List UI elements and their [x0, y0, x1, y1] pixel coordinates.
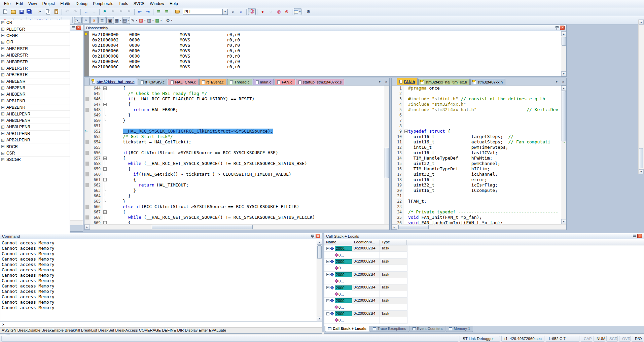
- breakpoint-margin[interactable]: [84, 215, 91, 220]
- register-row-ahb3enr[interactable]: +AHB3ENR: [0, 91, 70, 98]
- collapse-icon[interactable]: −: [326, 286, 329, 289]
- scrollbar-thumb[interactable]: [152, 225, 253, 229]
- fold-box-icon[interactable]: [103, 177, 107, 182]
- code-line-656[interactable]: 656 if(RCC_ClkInitStruct->SYSCLKSource =…: [84, 150, 384, 156]
- dock-tab-memory-1[interactable]: Memory 1: [446, 326, 473, 332]
- code-line-669[interactable]: 669 {: [84, 220, 384, 224]
- fold-box-icon[interactable]: [103, 86, 107, 91]
- code-line-5[interactable]: 5#include "stm32f4xx_hal.h" // Keil::Dev: [392, 107, 561, 112]
- open-file-button[interactable]: [9, 8, 17, 15]
- scroll-down-icon[interactable]: ▼: [639, 169, 644, 174]
- code-line-10[interactable]: 10 uint16_t targetSteps; //: [392, 134, 561, 139]
- code-line-652[interactable]: ▷652 __HAL_RCC_SYSCLK_CONFIG(RCC_ClkInit…: [84, 129, 384, 134]
- kill-all-breakpoints-button[interactable]: ◎: [275, 8, 283, 15]
- breakpoint-margin[interactable]: [84, 172, 91, 177]
- close-document-icon[interactable]: ✕: [384, 79, 389, 84]
- menu-item-edit[interactable]: Edit: [13, 1, 26, 7]
- expand-icon[interactable]: +: [1, 152, 4, 155]
- scrollbar-thumb[interactable]: [385, 148, 389, 178]
- code-line-1[interactable]: 1#pragma once: [392, 86, 561, 91]
- scroll-down-icon[interactable]: ▼: [317, 316, 322, 321]
- document-tab-main-c[interactable]: main.c: [253, 79, 274, 85]
- register-row-cir[interactable]: +CIR: [0, 39, 70, 45]
- expand-icon[interactable]: +: [1, 34, 4, 37]
- code-line-644[interactable]: 644 {: [84, 86, 384, 91]
- unindent-button[interactable]: ⇤: [136, 8, 144, 15]
- document-tab-stm32f407xx-h[interactable]: stm32f407xx.h: [470, 79, 505, 85]
- register-row-ahb1rstr[interactable]: +AHB1RSTR: [0, 46, 70, 52]
- fold-box-icon[interactable]: [103, 156, 107, 161]
- breakpoint-margin[interactable]: [84, 96, 91, 102]
- code-line-659[interactable]: 659 {: [84, 166, 384, 172]
- register-row-cfgr[interactable]: +CFGR: [0, 33, 70, 39]
- code-line-662[interactable]: 662 return HAL_TIMEOUT;: [84, 182, 384, 188]
- document-tab-rt-event-c[interactable]: rt_Event.c: [199, 79, 226, 85]
- insert-breakpoint-button[interactable]: ●: [259, 8, 266, 15]
- column-header-type[interactable]: Type: [380, 240, 407, 245]
- fold-box-icon[interactable]: [404, 129, 408, 134]
- register-row-apb2lpenr[interactable]: +APB2LPENR: [0, 137, 70, 143]
- code-line-660[interactable]: 660 if((HAL_GetTick() - tickstart ) > CL…: [84, 172, 384, 177]
- disassembly-row[interactable]: 0x2100000C0000MOVSr0,r0: [90, 64, 561, 70]
- disassembly-row[interactable]: 0x210000080000MOVSr0,r0: [90, 54, 561, 59]
- uncomment-selection-button[interactable]: ≣: [163, 8, 171, 15]
- collapse-icon[interactable]: −: [326, 260, 329, 263]
- register-row-apb2enr[interactable]: +APB2ENR: [0, 104, 70, 111]
- breakpoint-margin[interactable]: [84, 112, 91, 118]
- enable-breakpoint-button[interactable]: ○: [267, 8, 275, 15]
- navigate-back-button[interactable]: ←: [82, 8, 90, 15]
- scrollbar-thumb[interactable]: [562, 91, 566, 141]
- breakpoint-margin[interactable]: [84, 118, 91, 123]
- register-row-ahb3rstr[interactable]: +AHB3RSTR: [0, 59, 70, 65]
- callstack-local-row[interactable]: 0...: [324, 317, 644, 323]
- command-input-line[interactable]: >: [0, 321, 322, 327]
- collapse-icon[interactable]: −: [326, 247, 329, 250]
- register-row-apb1lpenr[interactable]: +APB1LPENR: [0, 131, 70, 137]
- breakpoint-margin[interactable]: [84, 199, 91, 204]
- code-line-668[interactable]: 668 while (__HAL_RCC_GET_SYSCLK_SOURCE()…: [84, 215, 384, 220]
- breakpoint-margin[interactable]: [84, 166, 91, 172]
- breakpoint-margin[interactable]: [84, 177, 91, 182]
- menu-item-help[interactable]: Help: [167, 1, 181, 7]
- command-vertical-scrollbar[interactable]: ▲ ▼: [317, 240, 322, 321]
- code-line-21[interactable]: 21: [392, 193, 561, 199]
- editor-left-vertical-scrollbar[interactable]: [384, 86, 389, 224]
- indent-button[interactable]: ⇥: [144, 8, 152, 15]
- dock-tab-event-counters[interactable]: Event Counters: [409, 326, 446, 332]
- breakpoint-margin[interactable]: [84, 91, 91, 96]
- code-line-11[interactable]: 11 uint16_t actualSteps; // Fan computat…: [392, 139, 561, 145]
- menu-item-debug[interactable]: Debug: [73, 1, 90, 7]
- redo-button[interactable]: ↷: [71, 8, 79, 15]
- code-line-23[interactable]: 23: [392, 204, 561, 209]
- register-row-pllcfgr[interactable]: +PLLCFGR: [0, 26, 70, 32]
- breakpoint-margin[interactable]: [84, 123, 91, 129]
- breakpoint-margin[interactable]: [84, 86, 91, 91]
- expand-icon[interactable]: +: [1, 67, 4, 70]
- close-icon[interactable]: ✕: [76, 26, 81, 30]
- expand-icon[interactable]: +: [1, 28, 4, 31]
- disassembly-row[interactable]: 0x210000000000MOVSr0,r0: [90, 32, 561, 37]
- code-line-663[interactable]: 663 }: [84, 188, 384, 193]
- trace-windows-button[interactable]: ▥▼: [147, 17, 154, 24]
- command-window-button[interactable]: >_: [74, 17, 82, 24]
- fold-box-icon[interactable]: [103, 220, 107, 224]
- code-line-16[interactable]: 16 TIM_HandleTypeDef hICtim;: [392, 166, 561, 172]
- callstack-task-row[interactable]: −2000...0x200002B4Task: [324, 284, 644, 291]
- expand-icon[interactable]: +: [1, 87, 4, 90]
- register-row-ahb1lpenr[interactable]: +AHB1LPENR: [0, 111, 70, 117]
- menu-item-peripherals[interactable]: Peripherals: [90, 1, 116, 7]
- code-line-665[interactable]: 665 }: [84, 199, 384, 204]
- code-line-651[interactable]: 651: [84, 123, 384, 129]
- expand-icon[interactable]: +: [1, 145, 4, 148]
- code-line-8[interactable]: 8: [392, 123, 561, 129]
- register-row-bdcr[interactable]: +BDCR: [0, 143, 70, 150]
- code-line-645[interactable]: 645 /* Check the HSI ready flag */: [84, 91, 384, 96]
- close-icon[interactable]: ✕: [637, 234, 642, 238]
- find-next-button[interactable]: ⌕: [237, 8, 245, 15]
- register-row-ahb2enr[interactable]: +AHB2ENR: [0, 85, 70, 91]
- breakpoint-margin[interactable]: [84, 161, 91, 166]
- expand-icon[interactable]: +: [1, 93, 4, 96]
- dock-tab-call-stack-locals[interactable]: Call Stack + Locals: [325, 326, 369, 332]
- close-document-icon[interactable]: ✕: [561, 79, 566, 84]
- tab-list-dropdown-icon[interactable]: ▼: [554, 79, 559, 84]
